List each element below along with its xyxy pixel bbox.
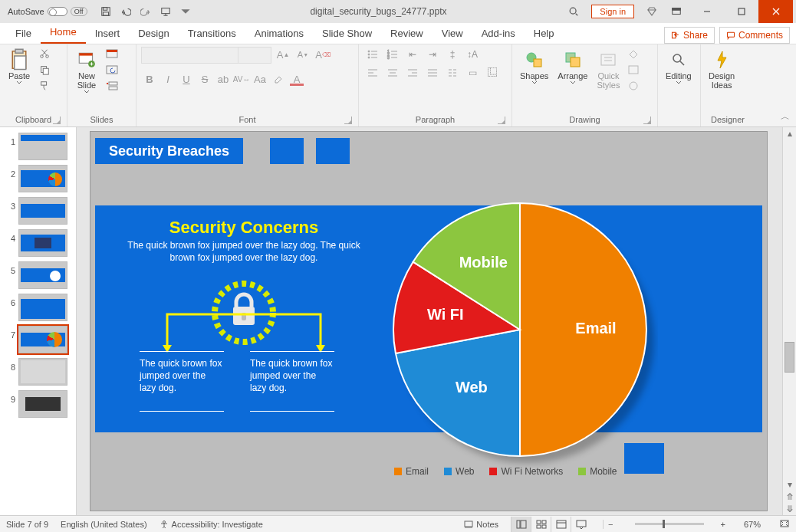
reading-view-icon[interactable] — [551, 517, 571, 532]
copy-icon[interactable] — [37, 63, 52, 77]
scrollbar-thumb[interactable] — [784, 342, 794, 373]
reset-icon[interactable] — [104, 63, 120, 77]
comments-button[interactable]: Comments — [719, 27, 790, 44]
font-color-button[interactable]: A — [288, 71, 305, 87]
notes-button[interactable]: Notes — [464, 520, 498, 529]
column-1-text[interactable]: The quick brown fox jumped over the lazy… — [140, 357, 224, 395]
arrange-button[interactable]: Arrange — [554, 47, 590, 86]
quick-styles-button[interactable]: Quick Styles — [594, 47, 623, 91]
shrink-font-icon[interactable]: A▼ — [294, 47, 311, 62]
change-case-button[interactable]: Aa — [252, 71, 268, 87]
thumbnail-8[interactable]: 8 — [0, 356, 76, 388]
save-icon[interactable] — [97, 2, 115, 21]
thumbnail-7[interactable]: 7 — [0, 323, 76, 356]
close-button[interactable] — [758, 0, 793, 23]
editing-button[interactable]: Editing — [663, 47, 695, 86]
zoom-out-button[interactable]: − — [603, 520, 617, 529]
format-painter-icon[interactable] — [37, 79, 52, 93]
slide[interactable]: Security Breaches Security Concerns The … — [90, 132, 767, 511]
shapes-button[interactable]: Shapes — [517, 47, 551, 86]
zoom-in-button[interactable]: + — [721, 520, 725, 529]
accessibility-check[interactable]: Accessibility: Investigate — [160, 520, 263, 529]
clear-format-icon[interactable]: A⌫ — [314, 47, 331, 62]
align-text-icon[interactable]: ▭ — [463, 65, 482, 80]
tab-animations[interactable]: Animations — [245, 25, 313, 44]
zoom-level[interactable]: 67% — [744, 520, 761, 529]
indent-inc-icon[interactable]: ⇥ — [423, 47, 442, 62]
thumbnail-1[interactable]: 1 — [0, 130, 76, 163]
sorter-view-icon[interactable] — [531, 517, 551, 532]
columns-icon[interactable] — [443, 65, 462, 80]
slide-thumbnails[interactable]: 123456789 — [0, 127, 77, 515]
line-spacing-icon[interactable]: ‡ — [443, 47, 462, 62]
minimize-button[interactable] — [689, 0, 724, 23]
smartart-icon[interactable]: ⿺ — [483, 65, 502, 80]
font-size-select[interactable] — [238, 48, 271, 63]
layout-icon[interactable] — [104, 47, 120, 61]
thumbnail-4[interactable]: 4 — [0, 227, 76, 259]
zoom-slider[interactable] — [635, 523, 704, 525]
share-button[interactable]: Share — [664, 27, 715, 44]
highlight-button[interactable] — [270, 71, 287, 87]
tab-review[interactable]: Review — [381, 25, 433, 44]
justify-icon[interactable] — [423, 65, 442, 80]
grow-font-icon[interactable]: A▲ — [275, 47, 291, 62]
fit-window-icon[interactable] — [779, 519, 790, 530]
tab-home[interactable]: Home — [41, 23, 86, 44]
tab-addins[interactable]: Add-ins — [472, 25, 525, 44]
tab-slideshow[interactable]: Slide Show — [313, 25, 381, 44]
zoom-handle[interactable] — [663, 520, 665, 528]
align-right-icon[interactable] — [403, 65, 422, 80]
tab-design[interactable]: Design — [129, 25, 178, 44]
cut-icon[interactable] — [37, 47, 52, 61]
normal-view-icon[interactable] — [511, 517, 531, 532]
shadow-button[interactable]: ab — [215, 71, 232, 87]
strike-button[interactable]: S — [196, 71, 213, 87]
thumbnail-6[interactable]: 6 — [0, 291, 76, 323]
pie-chart[interactable]: EmailWebWi FIMobile — [382, 192, 658, 468]
launcher-icon[interactable] — [344, 117, 352, 124]
bold-button[interactable]: B — [141, 71, 158, 87]
tab-view[interactable]: View — [433, 25, 472, 44]
present-icon[interactable] — [156, 2, 175, 21]
numbering-icon[interactable]: 123 — [383, 47, 402, 62]
thumbnail-5[interactable]: 5 — [0, 259, 76, 291]
qat-more-icon[interactable] — [176, 2, 195, 21]
align-center-icon[interactable] — [383, 65, 402, 80]
indent-dec-icon[interactable]: ⇤ — [403, 47, 422, 62]
slide-indicator[interactable]: Slide 7 of 9 — [6, 520, 48, 529]
section-icon[interactable] — [104, 79, 120, 93]
slide-canvas[interactable]: Security Breaches Security Concerns The … — [77, 127, 782, 515]
design-ideas-button[interactable]: Design Ideas — [706, 47, 738, 91]
sign-in-button[interactable]: Sign in — [591, 5, 634, 18]
tab-transitions[interactable]: Transitions — [179, 25, 245, 44]
launcher-icon[interactable] — [53, 117, 61, 124]
underline-button[interactable]: U — [178, 71, 195, 87]
shape-outline-icon[interactable] — [626, 63, 641, 77]
italic-button[interactable]: I — [160, 71, 176, 87]
new-slide-button[interactable]: New Slide — [72, 47, 101, 95]
slide-title[interactable]: Security Breaches — [95, 138, 243, 164]
font-name-select[interactable] — [141, 47, 271, 64]
search-icon[interactable] — [562, 1, 585, 22]
shape-effects-icon[interactable] — [626, 79, 641, 93]
diamond-icon[interactable] — [640, 1, 663, 22]
redo-icon[interactable] — [137, 2, 155, 21]
tab-insert[interactable]: Insert — [86, 25, 130, 44]
column-2-text[interactable]: The quick brown fox jumped over the lazy… — [250, 357, 334, 395]
scroll-down-icon[interactable]: ▾ — [783, 478, 796, 491]
section-subtitle[interactable]: The quick brown fox jumped over the lazy… — [126, 239, 362, 264]
undo-icon[interactable] — [117, 2, 135, 21]
prev-slide-icon[interactable]: ⤊ — [783, 491, 796, 503]
shape-fill-icon[interactable] — [626, 47, 641, 61]
scroll-up-icon[interactable]: ▴ — [783, 127, 796, 140]
vertical-scrollbar[interactable]: ▴ ▾ ⤊ ⤋ — [782, 127, 796, 515]
char-spacing-button[interactable]: AV↔ — [233, 71, 250, 87]
text-direction-icon[interactable]: ↕A — [463, 47, 482, 62]
tab-help[interactable]: Help — [525, 25, 564, 44]
launcher-icon[interactable] — [643, 117, 651, 124]
thumbnail-2[interactable]: 2 — [0, 163, 76, 195]
bullets-icon[interactable] — [363, 47, 382, 62]
tab-file[interactable]: File — [6, 25, 41, 44]
paste-button[interactable]: Paste — [5, 47, 34, 86]
